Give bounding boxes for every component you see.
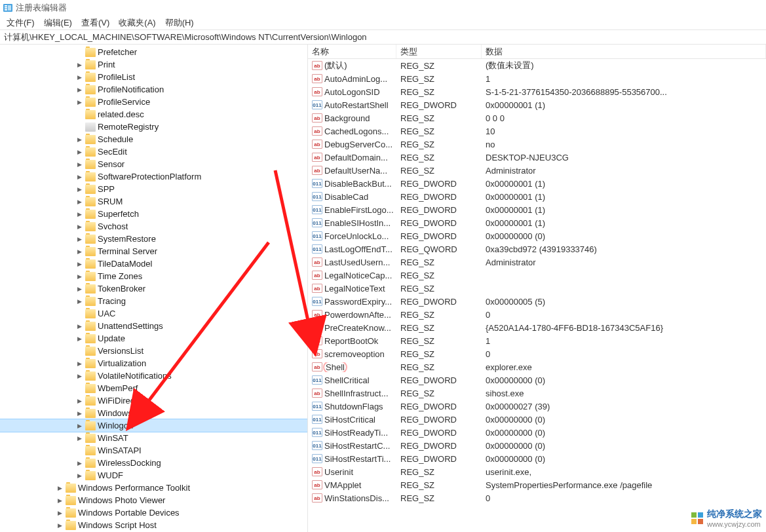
tree-item[interactable]: ▶Print bbox=[0, 58, 307, 71]
value-row[interactable]: abShellREG_SZexplorer.exe bbox=[308, 360, 766, 373]
value-row[interactable]: 011DisableBackBut...REG_DWORD0x00000001 … bbox=[308, 177, 766, 190]
expander-icon[interactable]: ▶ bbox=[56, 509, 64, 517]
expander-icon[interactable]: ▶ bbox=[56, 484, 64, 492]
tree-item[interactable]: ▶WUDF bbox=[0, 469, 307, 482]
tree-item[interactable]: VersionsList bbox=[0, 345, 307, 357]
list-pane[interactable]: 名称 类型 数据 ab(默认)REG_SZ(数值未设置)abAutoAdminL… bbox=[308, 45, 766, 532]
tree-item[interactable]: ▶TokenBroker bbox=[0, 282, 307, 295]
value-row[interactable]: 011EnableSIHostIn...REG_DWORD0x00000001 … bbox=[308, 216, 766, 229]
value-row[interactable]: abAutoAdminLog...REG_SZ1 bbox=[308, 72, 766, 85]
tree-item[interactable]: ▶UnattendSettings bbox=[0, 320, 307, 332]
value-row[interactable]: abVMAppletREG_SZSystemPropertiesPerforma… bbox=[308, 478, 766, 491]
tree-item[interactable]: ▶TileDataModel bbox=[0, 257, 307, 270]
expander-icon[interactable]: ▶ bbox=[75, 61, 83, 69]
column-data[interactable]: 数据 bbox=[482, 45, 766, 58]
expander-icon[interactable]: ▶ bbox=[75, 422, 83, 430]
tree-item[interactable]: UAC bbox=[0, 307, 307, 320]
tree-item[interactable]: ▶SoftwareProtectionPlatform bbox=[0, 170, 307, 183]
tree-item[interactable]: ▶SPP bbox=[0, 183, 307, 195]
tree-item[interactable]: RemoteRegistry bbox=[0, 121, 307, 133]
tree-item[interactable]: ▶WiFiDirectAPI bbox=[0, 394, 307, 407]
value-row[interactable]: abWinStationsDis...REG_SZ0 bbox=[308, 491, 766, 504]
value-row[interactable]: abDefaultUserNa...REG_SZAdministrator bbox=[308, 164, 766, 177]
value-row[interactable]: 011EnableFirstLogo...REG_DWORD0x00000001… bbox=[308, 203, 766, 216]
value-row[interactable]: abscremoveoptionREG_SZ0 bbox=[308, 347, 766, 360]
tree-item[interactable]: related.desc bbox=[0, 108, 307, 121]
expander-icon[interactable]: ▶ bbox=[75, 148, 83, 156]
value-row[interactable]: abLegalNoticeCap...REG_SZ bbox=[308, 269, 766, 282]
tree-item[interactable]: WbemPerf bbox=[0, 382, 307, 394]
value-row[interactable]: 011AutoRestartShellREG_DWORD0x00000001 (… bbox=[308, 98, 766, 111]
expander-icon[interactable]: ▶ bbox=[75, 360, 83, 368]
value-row[interactable]: 011ForceUnlockLo...REG_DWORD0x00000000 (… bbox=[308, 229, 766, 242]
expander-icon[interactable]: ▶ bbox=[75, 285, 83, 293]
expander-icon[interactable]: ▶ bbox=[75, 335, 83, 343]
expander-icon[interactable]: ▶ bbox=[75, 235, 83, 243]
value-row[interactable]: abReportBootOkREG_SZ1 bbox=[308, 334, 766, 347]
value-row[interactable]: abDefaultDomain...REG_SZDESKTOP-NJEU3CG bbox=[308, 151, 766, 164]
tree-item[interactable]: ▶Winlogon bbox=[0, 419, 307, 432]
tree-item[interactable]: ▶Windows bbox=[0, 407, 307, 419]
value-row[interactable]: 011SiHostRestartTi...REG_DWORD0x00000000… bbox=[308, 452, 766, 465]
address-bar[interactable]: 计算机\HKEY_LOCAL_MACHINE\SOFTWARE\Microsof… bbox=[0, 30, 766, 45]
value-row[interactable]: abLastUsedUsern...REG_SZAdministrator bbox=[308, 256, 766, 269]
expander-icon[interactable]: ▶ bbox=[75, 210, 83, 218]
tree-item[interactable]: ▶Svchost bbox=[0, 220, 307, 233]
column-type[interactable]: 类型 bbox=[396, 45, 482, 58]
value-row[interactable]: 011ShellCriticalREG_DWORD0x00000000 (0) bbox=[308, 373, 766, 387]
value-row[interactable]: 011ShutdownFlagsREG_DWORD0x00000027 (39) bbox=[308, 400, 766, 413]
expander-icon[interactable]: ▶ bbox=[75, 98, 83, 106]
menu-edit[interactable]: 编辑(E) bbox=[40, 16, 76, 30]
tree-item[interactable]: ▶VolatileNotifications bbox=[0, 370, 307, 382]
value-row[interactable]: 011SiHostCriticalREG_DWORD0x00000000 (0) bbox=[308, 413, 766, 426]
value-row[interactable]: abPowerdownAfte...REG_SZ0 bbox=[308, 308, 766, 321]
expander-icon[interactable]: ▶ bbox=[75, 322, 83, 330]
value-row[interactable]: 011PasswordExpiry...REG_DWORD0x00000005 … bbox=[308, 295, 766, 308]
tree-item[interactable]: ▶Windows Performance Toolkit bbox=[0, 482, 307, 494]
menu-file[interactable]: 文件(F) bbox=[3, 16, 39, 30]
tree-item[interactable]: ▶SRUM bbox=[0, 195, 307, 208]
value-row[interactable]: abUserinitREG_SZuserinit.exe, bbox=[308, 465, 766, 478]
expander-icon[interactable]: ▶ bbox=[56, 522, 64, 529]
tree-item[interactable]: ▶SystemRestore bbox=[0, 233, 307, 245]
value-row[interactable]: ab(默认)REG_SZ(数值未设置) bbox=[308, 59, 766, 72]
tree-item[interactable]: ▶WinSAT bbox=[0, 432, 307, 444]
menu-help[interactable]: 帮助(H) bbox=[161, 16, 198, 30]
expander-icon[interactable]: ▶ bbox=[75, 409, 83, 417]
tree-item[interactable]: ▶Schedule bbox=[0, 133, 307, 145]
value-row[interactable]: 011LastLogOffEndT...REG_QWORD0xa39cbd972… bbox=[308, 242, 766, 256]
value-row[interactable]: abPreCreateKnow...REG_SZ{A520A1A4-1780-4… bbox=[308, 321, 766, 334]
expander-icon[interactable]: ▶ bbox=[75, 86, 83, 94]
tree-item[interactable]: ▶ProfileNotification bbox=[0, 83, 307, 96]
value-row[interactable]: abCachedLogons...REG_SZ10 bbox=[308, 124, 766, 138]
expander-icon[interactable]: ▶ bbox=[75, 185, 83, 193]
tree-item[interactable]: ▶Update bbox=[0, 332, 307, 345]
tree-item[interactable]: ▶Virtualization bbox=[0, 357, 307, 370]
tree-item[interactable]: Prefetcher bbox=[0, 46, 307, 58]
value-row[interactable]: 011SiHostRestartC...REG_DWORD0x00000000 … bbox=[308, 439, 766, 452]
tree-item[interactable]: ▶Sensor bbox=[0, 158, 307, 170]
value-row[interactable]: abBackgroundREG_SZ0 0 0 bbox=[308, 111, 766, 124]
value-row[interactable]: abLegalNoticeTextREG_SZ bbox=[308, 282, 766, 295]
tree-item[interactable]: WinSATAPI bbox=[0, 444, 307, 457]
tree-item[interactable]: ▶WirelessDocking bbox=[0, 457, 307, 469]
expander-icon[interactable]: ▶ bbox=[75, 397, 83, 405]
tree-item[interactable]: ▶ProfileService bbox=[0, 96, 307, 108]
tree-item[interactable]: ▶Time Zones bbox=[0, 270, 307, 282]
tree-item[interactable]: ▶Tracing bbox=[0, 295, 307, 307]
expander-icon[interactable]: ▶ bbox=[75, 273, 83, 280]
expander-icon[interactable]: ▶ bbox=[75, 372, 83, 380]
menu-view[interactable]: 查看(V) bbox=[77, 16, 113, 30]
expander-icon[interactable]: ▶ bbox=[75, 434, 83, 442]
expander-icon[interactable]: ▶ bbox=[75, 459, 83, 467]
expander-icon[interactable]: ▶ bbox=[75, 260, 83, 268]
tree-item[interactable]: ▶Windows Photo Viewer bbox=[0, 494, 307, 506]
expander-icon[interactable]: ▶ bbox=[75, 198, 83, 206]
expander-icon[interactable]: ▶ bbox=[75, 297, 83, 305]
value-row[interactable]: abAutoLogonSIDREG_SZS-1-5-21-3776154350-… bbox=[308, 85, 766, 98]
expander-icon[interactable]: ▶ bbox=[75, 161, 83, 168]
column-name[interactable]: 名称 bbox=[308, 45, 396, 58]
expander-icon[interactable]: ▶ bbox=[75, 223, 83, 231]
tree-item[interactable]: ▶ProfileList bbox=[0, 71, 307, 83]
expander-icon[interactable]: ▶ bbox=[75, 173, 83, 181]
